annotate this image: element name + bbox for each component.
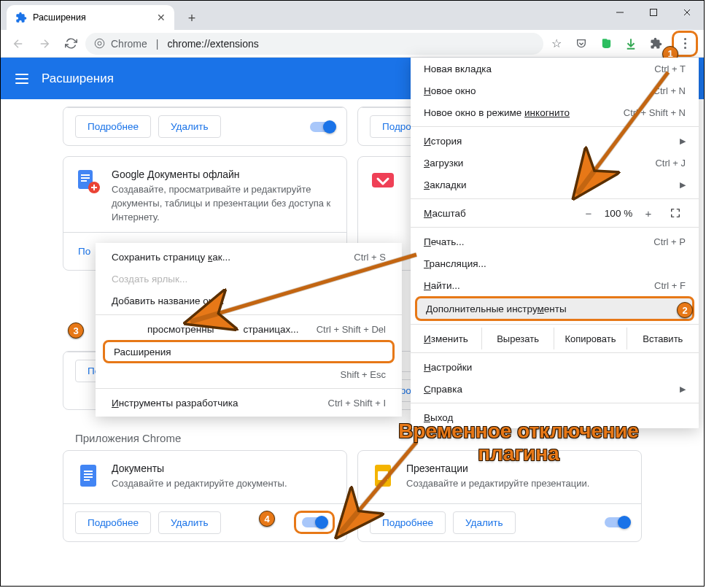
menu-cut[interactable]: Вырезать [481,328,554,349]
fullscreen-icon[interactable] [665,204,686,222]
card-title: Google Документы офлайн [112,169,335,180]
tab-title: Расширения [33,12,86,23]
pocket-card-icon [370,169,396,195]
svg-rect-16 [84,473,93,475]
remove-button[interactable]: Удалить [158,115,221,138]
toggle-switch[interactable] [302,517,327,527]
tab-bar: Расширения ✕ + [1,1,704,30]
hamburger-icon[interactable] [15,74,28,84]
submenu-clear-browsing[interactable]: Xпросмотренныстраницах... Ctrl + Shift +… [96,318,402,340]
menu-more-tools[interactable]: Дополнительные инструменты ▶ 2 [415,296,694,321]
window-controls [603,1,704,24]
app-card-documents: Документы Создавайте и редактируйте доку… [63,450,347,542]
toggle-switch[interactable] [605,517,629,527]
address-url: chrome://extensions [167,38,258,50]
toggle-switch[interactable] [310,122,335,132]
puzzle-icon [15,12,27,23]
savefrom-icon[interactable] [621,34,641,54]
zoom-value: 100 % [600,208,637,219]
menu-help[interactable]: Справка▶ [411,378,699,400]
svg-rect-8 [81,177,90,179]
zoom-in-button[interactable]: + [637,204,659,222]
page-title: Расширения [42,71,114,86]
new-tab-button[interactable]: + [182,8,202,28]
submenu-name-window[interactable]: Добавить название окна [96,290,402,312]
svg-rect-12 [93,185,95,190]
address-host: Chrome [111,38,147,50]
svg-rect-18 [84,479,90,481]
svg-point-5 [98,42,101,45]
details-button-truncated[interactable]: По [75,241,93,262]
maximize-button[interactable] [637,1,670,24]
pocket-icon[interactable] [571,34,591,54]
submenu-save-page[interactable]: Сохранить страницу как...Ctrl + S [96,246,402,268]
annotation-badge-3: 3 [68,322,84,339]
card-description: Создавайте и редактируйте презентации. [406,477,629,491]
extension-card: Подробнее Удалить [63,107,347,146]
menu-copy[interactable]: Копировать [554,328,626,349]
card-title: Документы [112,463,335,474]
reload-button[interactable] [59,32,82,55]
menu-zoom: Масштаб − 100 % + [411,202,699,224]
menu-new-tab[interactable]: Новая вкладкаCtrl + T [411,58,699,80]
close-window-button[interactable] [670,1,704,24]
menu-downloads[interactable]: ЗагрузкиCtrl + J [411,152,699,174]
submenu-dev-tools[interactable]: Инструменты разработчикаCtrl + Shift + I [96,392,402,414]
submenu-task-manager[interactable]: Диспетчер задачShift + Esc [96,363,402,385]
submenu-create-shortcut[interactable]: Создать ярлык... [96,268,402,290]
annotation-badge-4: 4 [259,511,275,527]
star-icon[interactable]: ☆ [546,34,567,54]
submenu-extensions[interactable]: Расширения [103,340,395,363]
gdocs-offline-icon [75,169,101,195]
menu-edit-row: Изменить Вырезать Копировать Вставить [411,328,699,349]
chrome-icon [94,38,105,49]
back-button[interactable] [7,32,30,55]
minimize-button[interactable] [603,1,637,24]
more-menu-button[interactable]: 1 [672,31,698,57]
menu-print[interactable]: Печать...Ctrl + P [411,231,699,252]
menu-cast[interactable]: Трансляция... [411,252,699,274]
svg-rect-1 [651,9,657,16]
remove-button[interactable]: Удалить [453,511,516,534]
toolbar: Chrome | chrome://extensions ☆ 1 [1,30,704,58]
browser: Расширения ✕ + Chrome | chrome://extensi… [1,1,704,586]
svg-rect-9 [81,180,87,182]
menu-paste[interactable]: Вставить [627,328,699,349]
svg-rect-20 [378,471,388,480]
svg-rect-15 [84,471,93,472]
annotation-badge-2: 2 [677,302,693,318]
close-icon[interactable]: ✕ [155,12,167,23]
card-description: Создавайте и редактируйте документы. [112,477,335,491]
menu-find[interactable]: Найти...Ctrl + F [411,274,699,296]
chrome-main-menu: Новая вкладкаCtrl + T Новое окноCtrl + N… [411,58,699,428]
svg-rect-13 [372,173,394,187]
card-description: Создавайте, просматривайте и редактируйт… [112,183,335,225]
details-button[interactable]: Подробнее [75,115,151,138]
svg-rect-14 [80,465,96,487]
more-tools-submenu: Сохранить страницу как...Ctrl + S Создат… [96,243,402,417]
zoom-out-button[interactable]: − [578,204,600,222]
forward-button[interactable] [33,32,56,55]
slides-icon [370,463,396,489]
menu-incognito[interactable]: Новое окно в режиме инкогнитоCtrl + Shif… [411,101,699,123]
address-separator: | [156,38,159,50]
docs-icon [75,463,101,489]
extension-icons: ☆ [546,34,666,54]
address-bar[interactable]: Chrome | chrome://extensions [85,33,543,55]
tab-extensions[interactable]: Расширения ✕ [7,5,174,30]
menu-new-window[interactable]: Новое окноCtrl + N [411,80,699,101]
menu-history[interactable]: История▶ [411,130,699,152]
annotation-highlight-toggle [294,511,335,534]
remove-button[interactable]: Удалить [158,511,221,534]
svg-rect-7 [81,174,90,176]
svg-point-4 [95,39,104,48]
svg-rect-17 [84,476,93,478]
annotation-label: Временное отключениеплагина [384,420,653,465]
menu-settings[interactable]: Настройки [411,356,699,378]
menu-bookmarks[interactable]: Закладки▶ [411,174,699,196]
more-icon [684,38,686,49]
window-frame: Расширения ✕ + Chrome | chrome://extensi… [0,0,705,587]
details-button[interactable]: Подробнее [370,511,446,534]
details-button[interactable]: Подробнее [75,511,151,534]
evernote-icon[interactable] [596,34,616,54]
